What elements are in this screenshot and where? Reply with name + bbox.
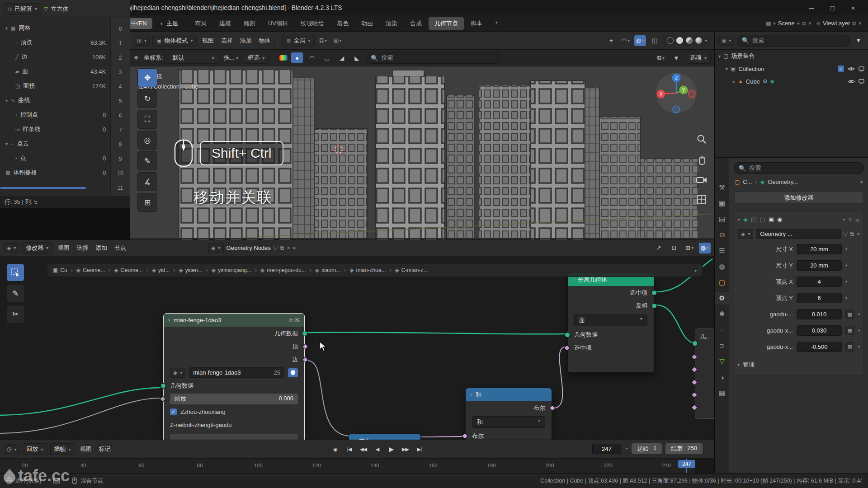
collapse-icon[interactable]: ▾ — [738, 217, 740, 222]
nodegroup-name-field[interactable]: mian-fenge-1dao325 — [189, 367, 284, 378]
material-tab-icon[interactable]: ◑ — [715, 371, 729, 384]
socket-out-selected[interactable] — [651, 290, 657, 296]
tool-measure[interactable]: ∡ — [137, 172, 157, 191]
outliner-search-input[interactable]: 🔍搜索 — [737, 35, 850, 47]
scene-tab-icon[interactable]: ☰ — [715, 244, 729, 257]
dataset-group-curve[interactable]: ▾∿曲线 — [0, 93, 110, 108]
attribute-toggle-icon[interactable]: ▦ — [845, 326, 854, 335]
maximize-button[interactable]: □ — [822, 0, 843, 15]
dataset-group-pointcloud[interactable]: ▾∴点云 — [0, 136, 110, 151]
nodetree-name-field[interactable]: Geometry ... — [756, 229, 840, 239]
options-dropdown[interactable]: 选项▾ — [686, 52, 711, 64]
attribute-toggle-icon[interactable]: ▦ — [845, 342, 854, 352]
dataset-item-vertex[interactable]: ◦顶点63.3K — [0, 35, 110, 50]
camera-view-icon[interactable] — [696, 176, 707, 184]
tool-links-cut[interactable]: ✂ — [6, 305, 24, 323]
collapse-icon[interactable]: ▾ — [168, 318, 170, 323]
dataset-group-mesh[interactable]: ▾▦网格 — [0, 21, 110, 35]
menu-node[interactable]: 节点 — [112, 243, 128, 253]
tab-rendering[interactable]: 渲染 — [380, 17, 403, 30]
menu-select[interactable]: 选择 — [74, 243, 90, 253]
expand-icon[interactable]: ▾ — [726, 66, 728, 71]
ortho-grid-icon[interactable] — [697, 195, 707, 205]
tab-layout[interactable]: 布局 — [189, 17, 212, 30]
extras-dropdown[interactable]: ▾ — [843, 217, 845, 222]
tool-annotate[interactable]: ✎ — [6, 284, 24, 302]
autokey-icon[interactable]: ◉ — [329, 444, 341, 455]
shading-rendered-icon[interactable] — [695, 37, 702, 44]
gizmos-toggle[interactable]: ◠▾ — [620, 35, 632, 46]
dataset-item-edge[interactable]: ╱边106K — [0, 50, 110, 64]
snap-magnet-icon[interactable]: Ω▾ — [317, 35, 329, 46]
viewlayer-tab-icon[interactable]: ⧉ — [715, 229, 729, 241]
world-tab-icon[interactable]: ◍ — [715, 260, 729, 273]
selectability-icon[interactable]: ⌖ — [605, 35, 617, 46]
tab-modeling[interactable]: 建模 — [213, 17, 237, 30]
pin-icon[interactable]: ⌖ — [292, 245, 296, 251]
proportional-edit-icon[interactable]: ◎▾ — [332, 35, 344, 46]
grid-dropdown[interactable]: ⊞▾ — [684, 243, 695, 253]
texture-tab-icon[interactable]: ▦ — [715, 387, 729, 399]
coord-default-dropdown[interactable]: 默认▾ — [169, 52, 218, 64]
expand-icon[interactable]: ▸ — [733, 79, 735, 84]
tool-search-input[interactable]: 🔍搜索 — [366, 52, 501, 64]
scene-copy-icon[interactable]: ⧉ — [802, 20, 806, 27]
jump-to-end-button[interactable]: ▶| — [413, 444, 425, 455]
shading-wireframe-icon[interactable] — [667, 37, 674, 44]
orientation-dropdown[interactable]: ⊕全局▾ — [282, 35, 314, 47]
close-modifier-icon[interactable]: × — [849, 216, 852, 223]
menu-view[interactable]: 视图 — [55, 243, 71, 253]
tab-add-workspace[interactable]: + — [489, 17, 505, 30]
prev-keyframe-button[interactable]: ◀◀ — [357, 444, 369, 455]
nodegroup-browse-dropdown[interactable]: ◈▾ — [170, 368, 185, 378]
overlays-toggle[interactable]: ◍▾ — [699, 243, 711, 253]
modifiers-tab-wrench-icon[interactable]: ⚙ — [715, 292, 729, 305]
object-data-tab-icon[interactable]: ▽ — [715, 355, 729, 368]
outliner-row-scene-collection[interactable]: ▾ ▢ 场景集合 — [715, 50, 868, 62]
dataset-item-volume[interactable]: ▩体积栅格0 — [0, 165, 110, 180]
goto-parent-icon[interactable]: ↗ — [653, 243, 665, 253]
editor-type-dropdown[interactable]: ◷▾ — [4, 444, 20, 454]
editor-type-dropdown[interactable]: ⊞▾ — [134, 36, 150, 46]
gaodu-field-3[interactable]: -0.500 — [797, 342, 842, 352]
nodetree-delete-icon[interactable]: × — [287, 245, 290, 251]
render-tab-icon[interactable]: ▣ — [715, 197, 729, 210]
node-context-dropdown[interactable]: 修改器▾ — [22, 242, 52, 254]
workspace-filter-icon[interactable]: ⧉▾ — [655, 52, 667, 63]
tab-compositing[interactable]: 合成 — [404, 17, 428, 30]
menu-object[interactable]: 物体 — [256, 35, 273, 46]
outliner-row-cube[interactable]: ▸ ▲ Cube ⚙ ◈ — [715, 75, 868, 88]
expand-icon[interactable]: ▾ — [718, 54, 721, 59]
tool-rotate[interactable]: ↻ — [137, 89, 157, 108]
gaodu-field-1[interactable]: 0.010 — [797, 309, 842, 319]
realtime-toggle[interactable]: ▣ — [769, 216, 774, 223]
gaodu-field-2[interactable]: 0.030 — [797, 325, 842, 336]
nodetree-copy-icon[interactable]: ⧉ — [280, 245, 284, 251]
play-reverse-button[interactable]: ◀ — [371, 444, 383, 455]
falloff-sphere-icon[interactable]: ● — [291, 52, 303, 63]
drag-grip-icon[interactable]: ≣ — [855, 216, 860, 223]
frame-start-field[interactable]: 起始1 — [632, 443, 662, 454]
filter-funnel-icon[interactable]: ▼ — [670, 52, 682, 63]
falloff-linear-icon[interactable]: ◣ — [351, 52, 363, 63]
filter-funnel-icon[interactable]: ▼ — [853, 35, 864, 46]
evaluated-dropdown[interactable]: ◇已解算▾ — [4, 3, 41, 15]
dataset-item-spline[interactable]: ↝样条线0 — [0, 122, 110, 136]
tool-select-box[interactable] — [6, 263, 24, 282]
mode-dropdown[interactable]: ▣物体模式▾ — [152, 35, 197, 47]
editor-type-dropdown[interactable]: ◈▾ — [4, 243, 19, 253]
add-modifier-button[interactable]: 添加修改器 — [735, 192, 863, 204]
viewport-canvas[interactable]: 用户透视 (247) Collection | Cube ✥ ↻ ⛶ ◎ ✎ ∡… — [130, 66, 714, 239]
tool-move[interactable]: ✥ — [137, 68, 157, 87]
dataset-item-corner[interactable]: ◳面拐174K — [0, 79, 110, 93]
view-menu[interactable]: 视图 — [78, 444, 94, 455]
scale-slider[interactable]: 缩放0.000 — [170, 394, 298, 404]
playhead-frame-badge[interactable]: 247 — [678, 460, 695, 468]
tab-texturepaint[interactable]: 纹理喷绘 — [295, 17, 330, 30]
nodetree-name[interactable]: Geometry Nodes — [226, 244, 271, 251]
nodetree-browse-dropdown[interactable]: ◈▾ — [738, 229, 753, 239]
scene-pin-icon[interactable]: ⌖ — [797, 20, 800, 27]
node-boolean-and[interactable]: ▾ 和 布尔 和▾ 布尔 — [465, 388, 552, 440]
outliner-row-collection[interactable]: ▾ ▣ Collection ✓ — [715, 62, 868, 75]
next-keyframe-button[interactable]: ▶▶ — [399, 444, 411, 455]
